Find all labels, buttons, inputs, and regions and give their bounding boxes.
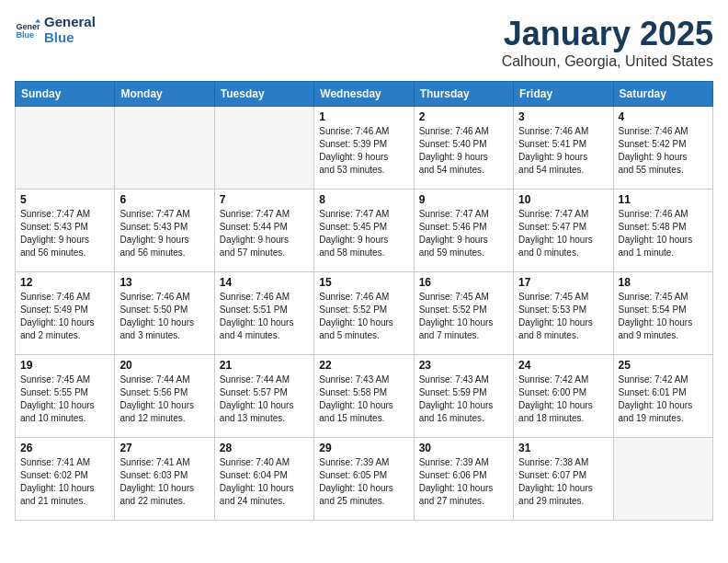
- calendar-cell: 3Sunrise: 7:46 AMSunset: 5:41 PMDaylight…: [514, 107, 613, 190]
- day-info: Sunrise: 7:45 AMSunset: 5:55 PMDaylight:…: [20, 373, 109, 425]
- calendar-cell: 7Sunrise: 7:47 AMSunset: 5:44 PMDaylight…: [214, 190, 313, 272]
- calendar-cell: 29Sunrise: 7:39 AMSunset: 6:05 PMDayligh…: [314, 438, 414, 521]
- day-info: Sunrise: 7:42 AMSunset: 6:01 PMDaylight:…: [619, 373, 708, 425]
- week-row-2: 5Sunrise: 7:47 AMSunset: 5:43 PMDaylight…: [16, 190, 713, 272]
- day-number: 31: [518, 442, 608, 454]
- day-info: Sunrise: 7:45 AMSunset: 5:53 PMDaylight:…: [518, 291, 608, 342]
- day-info: Sunrise: 7:47 AMSunset: 5:44 PMDaylight:…: [220, 208, 309, 259]
- weekday-header-wednesday: Wednesday: [314, 82, 414, 107]
- day-info: Sunrise: 7:47 AMSunset: 5:46 PMDaylight:…: [419, 208, 508, 259]
- day-number: 20: [119, 359, 209, 372]
- day-info: Sunrise: 7:46 AMSunset: 5:52 PMDaylight:…: [319, 291, 408, 342]
- day-number: 24: [518, 359, 608, 372]
- calendar-cell: 23Sunrise: 7:43 AMSunset: 5:59 PMDayligh…: [414, 355, 513, 438]
- day-info: Sunrise: 7:46 AMSunset: 5:42 PMDaylight:…: [619, 125, 708, 177]
- day-number: 15: [319, 276, 408, 289]
- calendar-cell: 20Sunrise: 7:44 AMSunset: 5:56 PMDayligh…: [115, 355, 214, 438]
- location-subtitle: Calhoun, Georgia, United States: [502, 53, 713, 70]
- calendar-cell: 16Sunrise: 7:45 AMSunset: 5:52 PMDayligh…: [414, 272, 513, 355]
- day-number: 29: [319, 442, 408, 454]
- day-info: Sunrise: 7:42 AMSunset: 6:00 PMDaylight:…: [518, 373, 608, 425]
- day-number: 18: [619, 276, 708, 289]
- day-number: 6: [119, 193, 209, 206]
- calendar-cell: 6Sunrise: 7:47 AMSunset: 5:43 PMDaylight…: [115, 190, 214, 272]
- day-number: 11: [619, 193, 708, 206]
- day-info: Sunrise: 7:39 AMSunset: 6:06 PMDaylight:…: [419, 456, 508, 508]
- day-info: Sunrise: 7:46 AMSunset: 5:49 PMDaylight:…: [20, 291, 109, 342]
- day-number: 1: [319, 110, 408, 123]
- day-number: 21: [220, 359, 309, 372]
- logo-text-general: General: [44, 15, 96, 30]
- weekday-header-monday: Monday: [115, 82, 214, 107]
- day-info: Sunrise: 7:40 AMSunset: 6:04 PMDaylight:…: [220, 456, 309, 508]
- calendar-cell: 21Sunrise: 7:44 AMSunset: 5:57 PMDayligh…: [214, 355, 313, 438]
- day-number: 25: [619, 359, 708, 372]
- weekday-header-saturday: Saturday: [613, 82, 712, 107]
- calendar-cell: 4Sunrise: 7:46 AMSunset: 5:42 PMDaylight…: [613, 107, 712, 190]
- calendar-cell: 24Sunrise: 7:42 AMSunset: 6:00 PMDayligh…: [514, 355, 613, 438]
- day-info: Sunrise: 7:44 AMSunset: 5:57 PMDaylight:…: [220, 373, 309, 425]
- day-info: Sunrise: 7:46 AMSunset: 5:51 PMDaylight:…: [220, 291, 309, 342]
- day-info: Sunrise: 7:38 AMSunset: 6:07 PMDaylight:…: [518, 456, 608, 508]
- calendar-cell: 28Sunrise: 7:40 AMSunset: 6:04 PMDayligh…: [214, 438, 313, 521]
- day-number: 19: [20, 359, 109, 372]
- title-area: January 2025 Calhoun, Georgia, United St…: [502, 15, 713, 70]
- day-info: Sunrise: 7:47 AMSunset: 5:45 PMDaylight:…: [319, 208, 408, 259]
- logo: General Blue General Blue: [15, 15, 96, 45]
- day-number: 9: [419, 193, 508, 206]
- day-number: 27: [119, 442, 209, 454]
- day-number: 22: [319, 359, 408, 372]
- weekday-header-row: SundayMondayTuesdayWednesdayThursdayFrid…: [16, 82, 713, 107]
- week-row-5: 26Sunrise: 7:41 AMSunset: 6:02 PMDayligh…: [16, 438, 713, 521]
- day-info: Sunrise: 7:47 AMSunset: 5:47 PMDaylight:…: [518, 208, 608, 259]
- calendar-cell: 13Sunrise: 7:46 AMSunset: 5:50 PMDayligh…: [115, 272, 214, 355]
- calendar-cell: 22Sunrise: 7:43 AMSunset: 5:58 PMDayligh…: [314, 355, 414, 438]
- calendar-cell: 2Sunrise: 7:46 AMSunset: 5:40 PMDaylight…: [414, 107, 513, 190]
- day-number: 13: [119, 276, 209, 289]
- calendar-cell: 14Sunrise: 7:46 AMSunset: 5:51 PMDayligh…: [214, 272, 313, 355]
- day-number: 16: [419, 276, 508, 289]
- calendar-cell: 15Sunrise: 7:46 AMSunset: 5:52 PMDayligh…: [314, 272, 414, 355]
- day-number: 17: [518, 276, 608, 289]
- day-info: Sunrise: 7:44 AMSunset: 5:56 PMDaylight:…: [119, 373, 209, 425]
- day-number: 23: [419, 359, 508, 372]
- day-info: Sunrise: 7:46 AMSunset: 5:48 PMDaylight:…: [619, 208, 708, 259]
- logo-icon: General Blue: [15, 17, 40, 43]
- calendar-cell: [613, 438, 712, 521]
- day-info: Sunrise: 7:41 AMSunset: 6:03 PMDaylight:…: [119, 456, 209, 508]
- day-number: 5: [20, 193, 109, 206]
- day-info: Sunrise: 7:41 AMSunset: 6:02 PMDaylight:…: [20, 456, 109, 508]
- page-header: General Blue General Blue January 2025 C…: [15, 15, 713, 70]
- calendar-cell: 17Sunrise: 7:45 AMSunset: 5:53 PMDayligh…: [514, 272, 613, 355]
- day-info: Sunrise: 7:46 AMSunset: 5:40 PMDaylight:…: [419, 125, 508, 177]
- logo-text-blue: Blue: [44, 30, 96, 46]
- calendar-cell: 31Sunrise: 7:38 AMSunset: 6:07 PMDayligh…: [514, 438, 613, 521]
- weekday-header-tuesday: Tuesday: [214, 82, 313, 107]
- day-info: Sunrise: 7:43 AMSunset: 5:59 PMDaylight:…: [419, 373, 508, 425]
- day-number: 7: [220, 193, 309, 206]
- day-info: Sunrise: 7:43 AMSunset: 5:58 PMDaylight:…: [319, 373, 408, 425]
- calendar-cell: 27Sunrise: 7:41 AMSunset: 6:03 PMDayligh…: [115, 438, 214, 521]
- day-info: Sunrise: 7:47 AMSunset: 5:43 PMDaylight:…: [20, 208, 109, 259]
- calendar-cell: 8Sunrise: 7:47 AMSunset: 5:45 PMDaylight…: [314, 190, 414, 272]
- calendar-cell: 30Sunrise: 7:39 AMSunset: 6:06 PMDayligh…: [414, 438, 513, 521]
- calendar-table: SundayMondayTuesdayWednesdayThursdayFrid…: [15, 81, 713, 521]
- weekday-header-sunday: Sunday: [16, 82, 115, 107]
- day-number: 10: [518, 193, 608, 206]
- day-number: 4: [619, 110, 708, 123]
- day-number: 26: [20, 442, 109, 454]
- calendar-cell: 1Sunrise: 7:46 AMSunset: 5:39 PMDaylight…: [314, 107, 414, 190]
- day-number: 14: [220, 276, 309, 289]
- day-info: Sunrise: 7:45 AMSunset: 5:54 PMDaylight:…: [619, 291, 708, 342]
- month-title: January 2025: [502, 15, 713, 53]
- day-number: 8: [319, 193, 408, 206]
- week-row-4: 19Sunrise: 7:45 AMSunset: 5:55 PMDayligh…: [16, 355, 713, 438]
- calendar-cell: [214, 107, 313, 190]
- day-number: 30: [419, 442, 508, 454]
- calendar-cell: [115, 107, 214, 190]
- day-info: Sunrise: 7:47 AMSunset: 5:43 PMDaylight:…: [119, 208, 209, 259]
- week-row-1: 1Sunrise: 7:46 AMSunset: 5:39 PMDaylight…: [16, 107, 713, 190]
- calendar-cell: 9Sunrise: 7:47 AMSunset: 5:46 PMDaylight…: [414, 190, 513, 272]
- calendar-cell: 19Sunrise: 7:45 AMSunset: 5:55 PMDayligh…: [16, 355, 115, 438]
- weekday-header-friday: Friday: [514, 82, 613, 107]
